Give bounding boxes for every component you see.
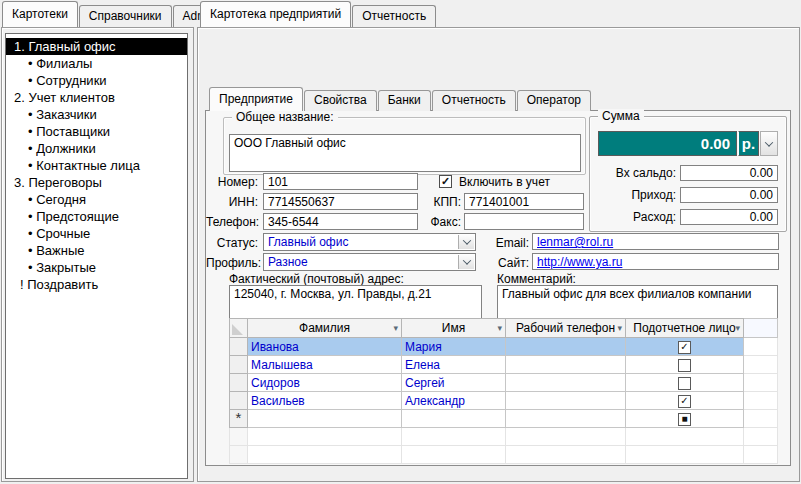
tree-item-important[interactable]: • Важные (6, 242, 187, 259)
column-header-lastname[interactable]: Фамилия▾ (248, 319, 402, 338)
number-input[interactable]: 101 (263, 173, 418, 190)
sum-total-display: 0.00 (598, 131, 737, 156)
status-combobox[interactable]: Главный офис (263, 233, 476, 251)
column-header-workphone[interactable]: Рабочий телефон▾ (506, 319, 626, 338)
accountable-checkbox[interactable] (678, 377, 691, 390)
cell-workphone[interactable] (506, 356, 626, 374)
general-name-input[interactable]: ООО Главный офис (229, 134, 581, 172)
fax-label: Факс: (419, 214, 461, 231)
expense-label: Расход: (590, 209, 676, 226)
accountable-checkbox[interactable] (678, 359, 691, 372)
cell-workphone[interactable] (506, 374, 626, 392)
tab-operator[interactable]: Оператор (517, 90, 591, 111)
email-input[interactable]: lenmar@rol.ru (532, 233, 779, 250)
inn-input[interactable]: 7714550637 (263, 193, 418, 210)
tab-reports[interactable]: Отчетность (432, 90, 516, 111)
accountable-checkbox[interactable]: ✓ (678, 395, 691, 408)
tab-enterprise[interactable]: Предприятие (209, 87, 303, 111)
table-row[interactable]: Сидоров Сергей (230, 374, 778, 392)
row-selector (230, 446, 248, 464)
cell-lastname[interactable]: Васильев (248, 392, 402, 410)
phone-input[interactable]: 345-6544 (263, 213, 418, 230)
row-selector[interactable] (230, 392, 248, 410)
profile-dropdown-button[interactable] (458, 255, 474, 269)
kpp-label: КПП: (419, 194, 461, 211)
row-selector[interactable] (230, 338, 248, 356)
income-input[interactable]: 0.00 (680, 187, 778, 203)
tree-item-client-accounting[interactable]: 2. Учет клиентов (6, 89, 187, 106)
tree-item-suppliers[interactable]: • Поставщики (6, 123, 187, 140)
cell-accountable[interactable]: ■ (626, 410, 744, 428)
cell-accountable[interactable] (626, 356, 744, 374)
tab-enterprises-card[interactable]: Картотека предприятий (200, 1, 351, 27)
column-header-firstname[interactable]: Имя▾ (402, 319, 506, 338)
tab-banks[interactable]: Банки (378, 90, 431, 111)
filter-arrow-icon[interactable]: ▾ (497, 323, 502, 333)
site-input[interactable]: http://www.ya.ru (532, 253, 779, 270)
filter-arrow-icon[interactable]: ▾ (735, 323, 740, 333)
cell-lastname[interactable]: Иванова (248, 338, 402, 356)
tree-item-negotiations[interactable]: 3. Переговоры (6, 174, 187, 191)
row-selector[interactable] (230, 356, 248, 374)
cell-lastname[interactable]: Малышева (248, 356, 402, 374)
sum-currency-display: р. (738, 131, 759, 156)
cell-accountable[interactable]: ✓ (626, 392, 744, 410)
tree-item-employees[interactable]: • Сотрудники (6, 72, 187, 89)
cell-lastname[interactable] (248, 410, 402, 428)
tree-item-closed[interactable]: • Закрытые (6, 259, 187, 276)
income-label: Приход: (590, 187, 676, 204)
column-header-accountable[interactable]: Подотчетное лицо▾ (626, 319, 744, 338)
cell-firstname[interactable] (402, 410, 506, 428)
table-row[interactable]: Васильев Александр ✓ (230, 392, 778, 410)
row-selector[interactable] (230, 374, 248, 392)
site-link[interactable]: http://www.ya.ru (537, 255, 622, 269)
table-header-row: Фамилия▾ Имя▾ Рабочий телефон▾ Подотчетн… (230, 319, 778, 338)
tree-item-congratulate[interactable]: ! Поздравить (6, 276, 187, 293)
accountable-checkbox[interactable]: ■ (678, 413, 691, 426)
tree-item-today[interactable]: • Сегодня (6, 191, 187, 208)
sum-legend: Сумма (598, 109, 644, 123)
status-dropdown-button[interactable] (458, 235, 474, 249)
sum-currency-dropdown-button[interactable] (760, 131, 778, 156)
cell-firstname[interactable]: Елена (402, 356, 506, 374)
accountable-checkbox[interactable]: ✓ (678, 341, 691, 354)
filter-arrow-icon[interactable]: ▾ (617, 323, 622, 333)
expense-input[interactable]: 0.00 (680, 209, 778, 225)
tree-item-debtors[interactable]: • Должники (6, 140, 187, 157)
cell-firstname[interactable]: Александр (402, 392, 506, 410)
tree-item-main-office[interactable]: 1. Главный офис (6, 38, 187, 55)
include-checkbox[interactable]: ✓ (439, 175, 452, 188)
tree-item-branches[interactable]: • Филиалы (6, 55, 187, 72)
tree-item-urgent[interactable]: • Срочные (6, 225, 187, 242)
table-row[interactable]: Малышева Елена (230, 356, 778, 374)
tab-properties[interactable]: Свойства (304, 90, 377, 111)
address-input[interactable]: 125040, г. Москва, ул. Правды, д.21 (229, 285, 482, 319)
tab-reporting[interactable]: Отчетность (352, 5, 436, 27)
filter-arrow-icon[interactable]: ▾ (393, 323, 398, 333)
number-label: Номер: (206, 174, 258, 191)
opening-balance-input[interactable]: 0.00 (680, 165, 778, 181)
cell-accountable[interactable]: ✓ (626, 338, 744, 356)
tab-spravochniki[interactable]: Справочники (79, 5, 172, 27)
comment-input[interactable]: Главный офис для всех филиалов компании (497, 285, 778, 319)
chevron-down-icon (765, 138, 773, 146)
cell-firstname[interactable]: Мария (402, 338, 506, 356)
table-new-row[interactable]: * ■ (230, 410, 778, 428)
cell-lastname[interactable]: Сидоров (248, 374, 402, 392)
cell-filler (744, 338, 778, 356)
profile-combobox[interactable]: Разное (263, 253, 476, 271)
tree-item-contacts[interactable]: • Контактные лица (6, 157, 187, 174)
tab-kartoteki[interactable]: Картотеки (2, 1, 78, 27)
email-link[interactable]: lenmar@rol.ru (537, 235, 613, 249)
kpp-input[interactable]: 771401001 (464, 193, 584, 210)
table-select-all-corner[interactable] (230, 319, 248, 338)
fax-input[interactable] (464, 213, 584, 230)
cell-firstname[interactable]: Сергей (402, 374, 506, 392)
cell-workphone[interactable] (506, 410, 626, 428)
cell-workphone[interactable] (506, 338, 626, 356)
cell-accountable[interactable] (626, 374, 744, 392)
tree-item-upcoming[interactable]: • Предстоящие (6, 208, 187, 225)
table-row[interactable]: Иванова Мария ✓ (230, 338, 778, 356)
cell-workphone[interactable] (506, 392, 626, 410)
tree-item-customers[interactable]: • Заказчики (6, 106, 187, 123)
